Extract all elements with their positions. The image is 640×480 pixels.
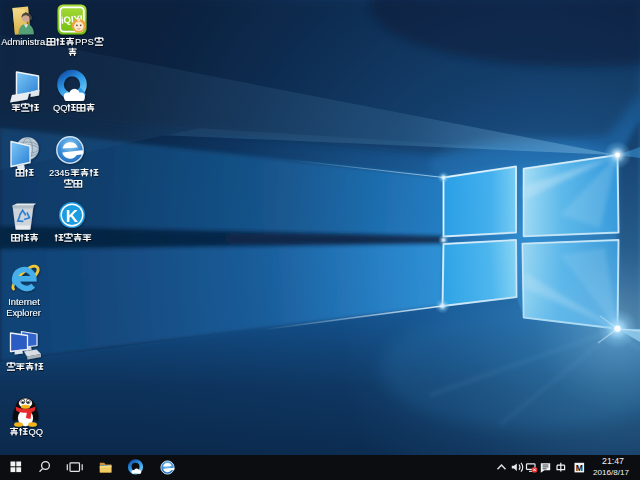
- svg-text:Internet: Internet: [8, 297, 40, 307]
- svg-text:QQ: QQ: [53, 103, 67, 113]
- svg-text:QQ: QQ: [29, 427, 43, 437]
- svg-text:2345: 2345: [49, 168, 70, 178]
- svg-text:M: M: [576, 463, 583, 473]
- svg-text:21:47: 21:47: [602, 456, 624, 466]
- svg-text:Explorer: Explorer: [6, 308, 41, 318]
- svg-text:Administra...: Administra...: [1, 37, 53, 47]
- svg-text:PPS: PPS: [75, 37, 94, 47]
- svg-text:K: K: [66, 207, 79, 226]
- svg-text:2016/8/17: 2016/8/17: [593, 468, 630, 477]
